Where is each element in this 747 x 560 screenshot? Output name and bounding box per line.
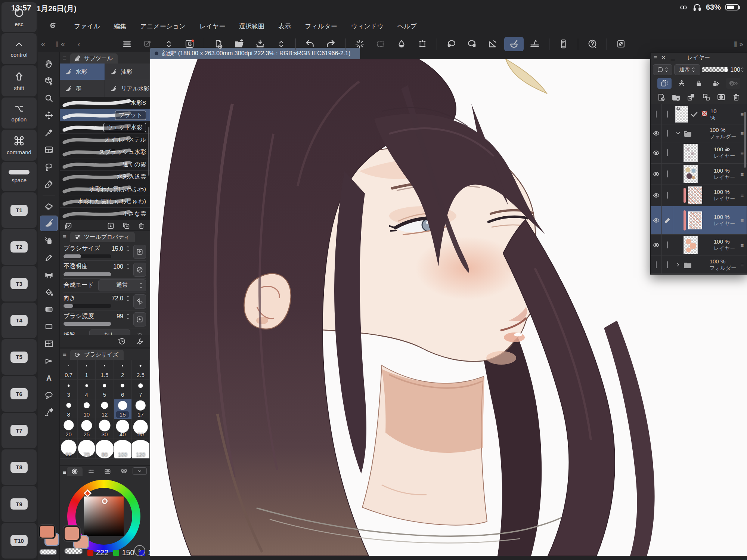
layer-row[interactable]: 100 %レイヤー≡ [651,206,747,235]
csp-icon[interactable] [180,37,199,51]
duplicate-brush-icon[interactable] [122,222,130,230]
layer-row[interactable]: 100 %レイヤー≡ [651,235,747,256]
subtool-group-0[interactable]: 水彩 [60,64,105,80]
sv-cursor[interactable] [102,498,108,504]
tab-color-set[interactable] [100,467,115,476]
brush-size-12[interactable]: 12 [96,399,114,419]
delete-layer-button[interactable] [732,93,741,102]
download-brush-icon[interactable] [107,222,115,230]
brush-item-7[interactable]: 水彩わた雲(ふわふわ) [60,183,150,195]
brush-item-0[interactable]: 水彩S [60,97,150,109]
layer-shape-button[interactable] [653,64,672,75]
drag-handle-icon[interactable]: ≡ [738,256,747,273]
brush-size-120[interactable]: 120 [132,439,150,459]
tool-airbrush[interactable] [40,232,58,249]
color-history-icon[interactable] [134,545,145,556]
spinner-icon[interactable] [350,37,369,51]
rotate-ccw-icon[interactable] [441,37,461,51]
tool-frame[interactable] [40,335,58,352]
brush-size-70[interactable]: 70 [78,439,96,459]
key-t3[interactable]: T3 [1,266,37,301]
transfer-layer-button[interactable] [686,93,695,102]
undo-icon[interactable] [300,37,320,51]
tool-lasso[interactable] [40,158,58,176]
tab-color-mixer[interactable] [116,467,132,476]
tool-decoration[interactable] [40,266,58,284]
tool-magnifier[interactable] [40,90,58,107]
brush-size-60[interactable]: 60 [60,439,78,459]
collapse-color-panel-icon[interactable] [133,467,147,475]
brush-size-25[interactable]: 25 [78,419,96,439]
layer-thumbnail[interactable] [675,106,688,123]
chevron-down-icon[interactable] [675,130,681,136]
minimize-icon[interactable]: ＿ [670,54,676,62]
delete-brush-icon[interactable] [137,222,145,230]
stepper-icon[interactable] [159,37,179,51]
subtool-group-1[interactable]: 油彩 [105,64,150,80]
merge-down-button[interactable] [702,93,711,102]
new-doc-icon[interactable] [209,37,228,51]
key-control[interactable]: control [1,33,37,64]
brush-size-50[interactable]: 50 [132,419,150,439]
eyedropper-icon[interactable] [138,37,158,51]
brush-item-6[interactable]: 水彩入道雲 [60,171,150,183]
lock-layer-button[interactable] [692,78,706,89]
brush-size-0.7[interactable]: 0.7 [60,360,78,380]
menu-item-5[interactable]: 表示 [278,22,291,31]
key-t2[interactable]: T2 [1,229,37,264]
panel-menu-icon[interactable]: ≡ [63,55,66,62]
select-checkbox[interactable] [667,111,668,118]
select-checkbox[interactable] [667,262,668,268]
key-t8[interactable]: T8 [1,449,37,485]
brush-size-8[interactable]: 8 [60,399,78,419]
brush-size-2.5[interactable]: 2.5 [132,360,150,380]
visibility-eye-icon[interactable] [653,217,660,224]
visibility-checkbox[interactable] [656,262,657,268]
menu-item-0[interactable]: ファイル [74,22,100,31]
property-value[interactable]: 100 [113,263,123,270]
transform-icon[interactable] [413,37,432,51]
collapse-tools-icon[interactable]: « [61,40,65,48]
visibility-eye-icon[interactable] [653,170,660,178]
menu-item-6[interactable]: フィルター [305,22,337,31]
brush-item-9[interactable]: 小さな雲 [60,208,150,220]
brush-size-100[interactable]: 100 [114,439,132,459]
chevron-right-icon[interactable] [675,262,681,267]
visibility-eye-icon[interactable] [653,241,660,249]
hamburger-icon[interactable] [117,37,137,51]
key-command[interactable]: command [1,130,37,161]
layer-row[interactable]: 100 %≡ [651,104,747,124]
snap-ruler-icon[interactable] [483,37,503,51]
brush-size-80[interactable]: 80 [96,439,114,459]
menu-item-7[interactable]: ウィンドウ [351,22,384,31]
key-space[interactable]: space [1,162,37,191]
open-folder-icon[interactable] [230,37,249,51]
brush-size-40[interactable]: 40 [114,419,132,439]
tab-subtool[interactable]: サブツール [70,53,118,64]
drag-handle-icon[interactable]: ≡ [738,235,747,256]
key-t10[interactable]: T10 [1,523,37,559]
stepper-icon[interactable] [272,37,291,51]
tab-color-wheel[interactable] [67,467,83,476]
help-icon[interactable] [583,37,602,51]
multi-select-icon[interactable] [64,222,72,230]
tab-brush-size[interactable]: ブラシサイズ [70,350,124,360]
layer-row[interactable]: 100レイヤー≡ [651,142,747,164]
download-button[interactable] [133,245,146,259]
brush-size-5[interactable]: 5 [96,380,114,399]
visibility-eye-icon[interactable] [653,130,660,137]
layer-opacity-value[interactable]: 100 [730,66,744,73]
tool-pen[interactable] [40,176,58,193]
layer-color-tag[interactable] [684,188,686,203]
tool-eyedropper[interactable] [40,124,58,141]
tool-bucket[interactable] [40,284,58,301]
tool-eraser[interactable] [40,198,58,215]
reference-layer-button[interactable] [675,78,689,89]
menu-item-1[interactable]: 編集 [114,22,127,31]
select-checkbox[interactable] [667,171,668,177]
subtool-group-2[interactable]: 墨 [60,80,105,97]
tool-object[interactable] [40,72,58,90]
clip-studio-logo-icon[interactable] [48,21,58,31]
panel-grip[interactable]: ||| [56,41,58,47]
close-icon[interactable]: ✕ [661,54,666,62]
